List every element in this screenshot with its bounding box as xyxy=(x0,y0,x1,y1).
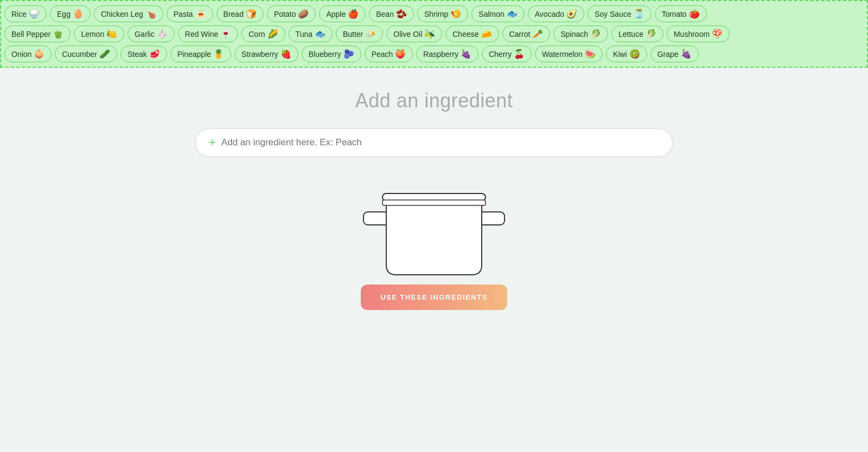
tomato-label: Tomato xyxy=(662,10,687,18)
svg-rect-3 xyxy=(382,200,486,205)
peach-label: Peach xyxy=(372,50,393,59)
apple-emoji: 🍎 xyxy=(348,9,359,19)
ingredient-chip-lemon[interactable]: Lemon🍋 xyxy=(74,25,124,42)
spinach-label: Spinach xyxy=(560,30,588,38)
red-wine-label: Red Wine xyxy=(185,30,218,38)
ingredient-chip-grape[interactable]: Grape🍇 xyxy=(650,46,699,62)
ingredient-chip-pineapple[interactable]: Pineapple🍍 xyxy=(170,46,231,62)
ingredient-chip-carrot[interactable]: Carrot🥕 xyxy=(502,25,551,42)
ingredient-chip-strawberry[interactable]: Strawberry🍓 xyxy=(234,46,298,62)
ingredient-chip-soy-sauce[interactable]: Soy Sauce🫙 xyxy=(588,5,652,22)
ingredient-chip-butter[interactable]: Butter🧈 xyxy=(336,25,383,42)
bean-emoji: 🫘 xyxy=(396,9,407,19)
egg-emoji: 🥚 xyxy=(73,9,84,19)
avocado-emoji: 🥑 xyxy=(566,9,577,19)
svg-rect-2 xyxy=(478,212,505,225)
ingredient-chip-onion[interactable]: Onion🧅 xyxy=(4,46,52,62)
red-wine-emoji: 🍷 xyxy=(220,29,231,39)
bread-emoji: 🍞 xyxy=(246,9,257,19)
main-content: Add an ingredient + USE THESE INGREDIENT… xyxy=(0,68,868,310)
lemon-emoji: 🍋 xyxy=(106,29,117,39)
ingredient-chip-pasta[interactable]: Pasta🍝 xyxy=(167,5,213,22)
egg-label: Egg xyxy=(57,10,71,18)
ingredient-chip-garlic[interactable]: Garlic🧄 xyxy=(127,25,175,42)
ingredient-chip-cheese[interactable]: Cheese🧀 xyxy=(445,25,499,42)
blueberry-label: Blueberry xyxy=(309,50,341,59)
svg-rect-1 xyxy=(363,212,390,225)
ingredient-chip-avocado[interactable]: Avocado🥑 xyxy=(528,5,584,22)
ingredient-chip-raspberry[interactable]: Raspberry🍇 xyxy=(416,46,478,62)
ingredient-chip-bread[interactable]: Bread🍞 xyxy=(216,5,264,22)
ingredient-chip-tuna[interactable]: Tuna🐟 xyxy=(289,25,333,42)
olive-oil-label: Olive Oil xyxy=(393,30,422,38)
butter-emoji: 🧈 xyxy=(365,29,376,39)
corn-emoji: 🌽 xyxy=(267,29,278,39)
potato-label: Potato xyxy=(274,10,296,18)
raspberry-emoji: 🍇 xyxy=(461,49,471,59)
ingredient-chip-red-wine[interactable]: Red Wine🍷 xyxy=(178,25,238,42)
ingredient-chip-chicken-leg[interactable]: Chicken Leg🍗 xyxy=(94,5,163,22)
lettuce-emoji: 🥬 xyxy=(646,29,656,39)
soy-sauce-label: Soy Sauce xyxy=(595,10,631,18)
cheese-label: Cheese xyxy=(452,30,478,38)
pasta-label: Pasta xyxy=(174,10,193,18)
bell-pepper-label: Bell Pepper xyxy=(11,30,50,38)
ingredient-chip-steak[interactable]: Steak🥩 xyxy=(120,46,167,62)
ingredient-chip-potato[interactable]: Potato🥔 xyxy=(267,5,316,22)
ingredient-chip-cherry[interactable]: Cherry🍒 xyxy=(482,46,532,62)
ingredient-row-2: Bell Pepper🫑Lemon🍋Garlic🧄Red Wine🍷Corn🌽T… xyxy=(4,25,864,42)
cherry-label: Cherry xyxy=(489,50,512,59)
tuna-emoji: 🐟 xyxy=(315,29,326,39)
cucumber-label: Cucumber xyxy=(62,50,97,59)
raspberry-label: Raspberry xyxy=(423,50,458,59)
ingredient-row-1: Rice🍚Egg🥚Chicken Leg🍗Pasta🍝Bread🍞Potato🥔… xyxy=(4,5,864,22)
cheese-emoji: 🧀 xyxy=(481,29,492,39)
ingredient-search-input[interactable] xyxy=(221,137,659,148)
ingredient-chip-peach[interactable]: Peach🍑 xyxy=(365,46,413,62)
ingredient-banner: Rice🍚Egg🥚Chicken Leg🍗Pasta🍝Bread🍞Potato🥔… xyxy=(0,0,868,68)
page-title: Add an ingredient xyxy=(355,89,513,112)
bread-label: Bread xyxy=(224,10,244,18)
potato-emoji: 🥔 xyxy=(298,9,309,19)
ingredient-chip-olive-oil[interactable]: Olive Oil🫒 xyxy=(386,25,442,42)
ingredient-chip-cucumber[interactable]: Cucumber🥒 xyxy=(55,46,117,62)
mushroom-emoji: 🍄 xyxy=(712,29,723,39)
ingredient-chip-rice[interactable]: Rice🍚 xyxy=(4,5,47,22)
carrot-emoji: 🥕 xyxy=(532,29,543,39)
ingredient-chip-shrimp[interactable]: Shrimp🍤 xyxy=(417,5,468,22)
ingredient-chip-corn[interactable]: Corn🌽 xyxy=(241,25,285,42)
chicken-leg-emoji: 🍗 xyxy=(145,9,156,19)
lettuce-label: Lettuce xyxy=(618,30,643,38)
mushroom-label: Mushroom xyxy=(674,30,710,38)
olive-oil-emoji: 🫒 xyxy=(424,29,435,39)
corn-label: Corn xyxy=(248,30,265,38)
strawberry-label: Strawberry xyxy=(241,50,278,59)
peach-emoji: 🍑 xyxy=(395,49,406,59)
use-ingredients-button[interactable]: USE THESE INGREDIENTS xyxy=(361,285,507,310)
pineapple-label: Pineapple xyxy=(177,50,211,59)
pot-container: USE THESE INGREDIENTS xyxy=(353,184,515,310)
ingredient-chip-kiwi[interactable]: Kiwi🥝 xyxy=(606,46,647,62)
ingredient-chip-apple[interactable]: Apple🍎 xyxy=(319,5,366,22)
ingredient-chip-mushroom[interactable]: Mushroom🍄 xyxy=(667,25,730,42)
search-bar[interactable]: + xyxy=(195,128,673,157)
tuna-label: Tuna xyxy=(296,30,312,38)
ingredient-chip-salmon[interactable]: Salmon🐟 xyxy=(471,5,524,22)
apple-label: Apple xyxy=(326,10,346,18)
salmon-label: Salmon xyxy=(478,10,504,18)
ingredient-chip-egg[interactable]: Egg🥚 xyxy=(50,5,91,22)
ingredient-chip-watermelon[interactable]: Watermelon🍉 xyxy=(535,46,603,62)
pasta-emoji: 🍝 xyxy=(195,9,206,19)
rice-emoji: 🍚 xyxy=(29,9,40,19)
ingredient-chip-blueberry[interactable]: Blueberry🫐 xyxy=(302,46,361,62)
ingredient-row-3: Onion🧅Cucumber🥒Steak🥩Pineapple🍍Strawberr… xyxy=(4,46,864,62)
ingredient-chip-lettuce[interactable]: Lettuce🥬 xyxy=(611,25,663,42)
ingredient-chip-bell-pepper[interactable]: Bell Pepper🫑 xyxy=(4,25,71,42)
lemon-label: Lemon xyxy=(81,30,104,38)
salmon-emoji: 🐟 xyxy=(507,9,518,19)
ingredient-chip-spinach[interactable]: Spinach🥬 xyxy=(553,25,608,42)
ingredient-chip-bean[interactable]: Bean🫘 xyxy=(369,5,414,22)
rice-label: Rice xyxy=(11,10,27,18)
garlic-label: Garlic xyxy=(135,30,155,38)
ingredient-chip-tomato[interactable]: Tomato🍅 xyxy=(655,5,707,22)
